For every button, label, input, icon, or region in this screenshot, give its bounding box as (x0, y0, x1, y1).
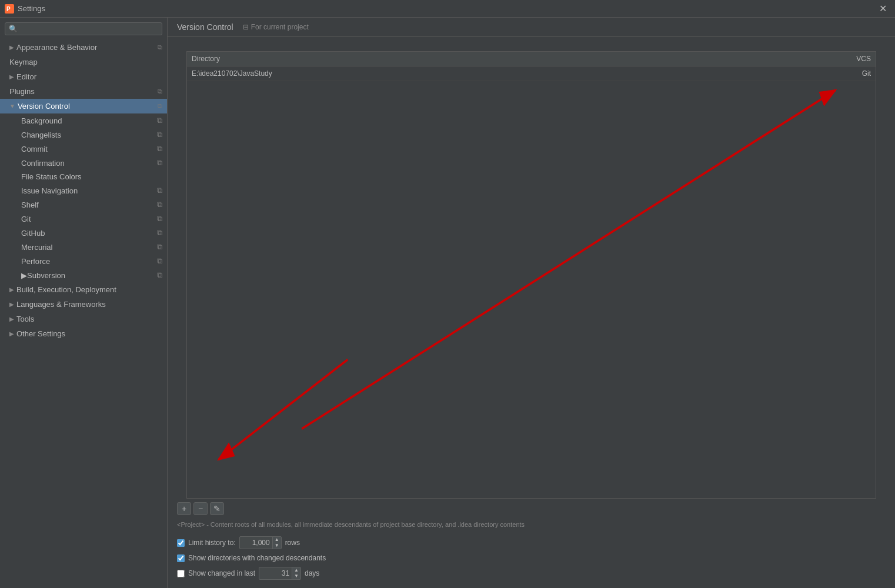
sidebar-item-label: Tools (16, 315, 34, 323)
sidebar-child-label: Issue Navigation (21, 186, 78, 195)
show-changed-checkbox[interactable] (177, 570, 185, 577)
sidebar-child-label: Changelists (21, 131, 61, 139)
show-changed-label2: days (305, 569, 319, 577)
sidebar-item-keymap[interactable]: Keymap (0, 55, 167, 69)
limit-history-label2: rows (285, 539, 300, 547)
chevron-right-icon: ▶ (9, 286, 14, 293)
copy-icon: ⧉ (157, 130, 162, 139)
sidebar-child-label: Subversion (27, 271, 65, 280)
copy-icon: ⧉ (158, 102, 162, 110)
edit-button[interactable]: ✎ (210, 502, 224, 515)
chevron-right-icon: ▶ (21, 271, 27, 280)
sidebar-child-commit[interactable]: Commit ⧉ (0, 142, 167, 156)
sidebar-item-other[interactable]: ▶ Other Settings (0, 326, 167, 341)
title-bar: P Settings ✕ (0, 0, 895, 18)
sidebar-child-git[interactable]: Git ⧉ (0, 212, 167, 226)
sidebar-child-changelists[interactable]: Changelists ⧉ (0, 128, 167, 142)
remove-button[interactable]: − (193, 502, 208, 515)
page-title: Version Control (177, 22, 233, 32)
copy-icon: ⧉ (157, 214, 162, 223)
sidebar-item-languages[interactable]: ▶ Languages & Frameworks (0, 297, 167, 312)
app-icon: P (5, 4, 14, 14)
chevron-right-icon: ▶ (9, 330, 14, 337)
sidebar-child-label: Mercurial (21, 243, 52, 252)
options-section: Limit history to: ▲ ▼ rows Show director… (168, 533, 895, 588)
sidebar-child-background[interactable]: Background ⧉ (0, 113, 167, 128)
spinner-down[interactable]: ▼ (273, 543, 281, 549)
copy-icon: ⧉ (157, 144, 162, 153)
red-arrows-overlay (187, 52, 876, 498)
sidebar-item-label: Build, Execution, Deployment (16, 285, 116, 294)
show-changed-input[interactable] (259, 568, 292, 579)
sidebar-item-plugins[interactable]: Plugins ⧉ (0, 84, 167, 99)
limit-history-label1: Limit history to: (188, 539, 236, 547)
chevron-right-icon: ▶ (9, 301, 14, 308)
limit-history-input[interactable] (240, 537, 272, 548)
info-text: <Project> - Content roots of all modules… (168, 519, 895, 533)
col-vcs: VCS (824, 55, 871, 63)
toolbar: + − ✎ (168, 499, 895, 519)
for-current-project-label: For current project (251, 23, 309, 31)
spinner-up-2[interactable]: ▲ (292, 567, 300, 573)
sidebar-item-editor[interactable]: ▶ Editor (0, 69, 167, 84)
sidebar-child-file-status-colors[interactable]: File Status Colors (0, 170, 167, 183)
sidebar-child-issue-navigation[interactable]: Issue Navigation ⧉ (0, 183, 167, 198)
svg-line-4 (302, 90, 836, 429)
limit-history-input-wrap: ▲ ▼ (239, 536, 282, 549)
sidebar-item-appearance[interactable]: ▶ Appearance & Behavior ⧉ (0, 40, 167, 55)
sidebar-child-mercurial[interactable]: Mercurial ⧉ (0, 240, 167, 254)
chevron-right-icon: ▶ (9, 44, 14, 51)
sidebar-item-tools[interactable]: ▶ Tools (0, 312, 167, 326)
copy-icon: ⧉ (157, 200, 162, 209)
search-icon: 🔍 (9, 25, 18, 33)
sidebar-child-github[interactable]: GitHub ⧉ (0, 226, 167, 240)
row-path: E:\idea210702\JavaStudy (192, 69, 824, 78)
spinner-down-2[interactable]: ▼ (292, 573, 300, 579)
limit-history-spinner: ▲ ▼ (272, 537, 281, 549)
sidebar-child-label: File Status Colors (21, 172, 82, 181)
sidebar-item-version-control[interactable]: ▼ Version Control ⧉ (0, 99, 167, 113)
sidebar-item-label: Appearance & Behavior (16, 43, 97, 52)
vcs-table: Directory VCS E:\idea210702\JavaStudy Gi… (186, 51, 876, 499)
copy-icon: ⧉ (157, 270, 162, 280)
sidebar-item-label: Plugins (9, 87, 35, 96)
search-input[interactable] (20, 25, 158, 33)
chevron-right-icon: ▶ (9, 74, 14, 80)
sidebar-item-label: Keymap (9, 58, 38, 66)
project-icon: ⊟ (243, 23, 249, 31)
table-container: Directory VCS E:\idea210702\JavaStudy Gi… (177, 44, 886, 499)
table-row[interactable]: E:\idea210702\JavaStudy Git (187, 66, 876, 81)
sidebar-child-label: Background (21, 116, 62, 125)
show-changed-input-wrap: ▲ ▼ (259, 567, 301, 580)
option-limit-history: Limit history to: ▲ ▼ rows (177, 536, 886, 549)
option-show-directories: Show directories with changed descendant… (177, 554, 886, 562)
copy-icon: ⧉ (158, 88, 162, 95)
col-directory: Directory (192, 55, 824, 63)
content-header: Version Control ⊟ For current project (168, 18, 895, 37)
for-current-project: ⊟ For current project (243, 23, 309, 31)
show-directories-checkbox[interactable] (177, 554, 185, 562)
copy-icon: ⧉ (157, 186, 162, 195)
sidebar-child-label: Git (21, 215, 31, 223)
sidebar-child-label: GitHub (21, 229, 45, 238)
show-changed-spinner: ▲ ▼ (292, 567, 300, 579)
copy-icon: ⧉ (158, 44, 162, 51)
limit-history-checkbox[interactable] (177, 539, 185, 547)
spinner-up[interactable]: ▲ (273, 537, 281, 543)
row-vcs: Git (824, 69, 871, 78)
close-button[interactable]: ✕ (876, 3, 890, 14)
sidebar-child-subversion[interactable]: ▶ Subversion ⧉ (0, 268, 167, 282)
sidebar-child-label: Commit (21, 145, 48, 153)
add-button[interactable]: + (177, 502, 191, 515)
copy-icon: ⧉ (157, 228, 162, 238)
copy-icon: ⧉ (157, 256, 162, 266)
sidebar-child-perforce[interactable]: Perforce ⧉ (0, 254, 167, 268)
show-directories-label: Show directories with changed descendant… (188, 554, 326, 562)
content-area: Version Control ⊟ For current project Di… (168, 18, 895, 588)
chevron-down-icon: ▼ (9, 103, 15, 109)
sidebar-item-build[interactable]: ▶ Build, Execution, Deployment (0, 282, 167, 297)
sidebar-child-confirmation[interactable]: Confirmation ⧉ (0, 156, 167, 170)
sidebar-item-label: Version Control (18, 102, 70, 111)
sidebar-child-shelf[interactable]: Shelf ⧉ (0, 198, 167, 212)
sidebar: 🔍 ▶ Appearance & Behavior ⧉ Keymap ▶ Edi… (0, 18, 168, 588)
